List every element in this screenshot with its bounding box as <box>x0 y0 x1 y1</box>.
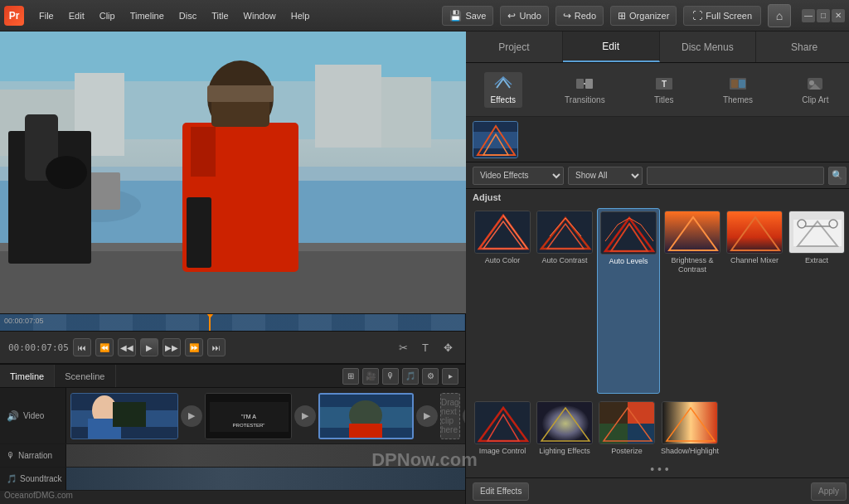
svg-text:T: T <box>662 80 667 89</box>
effect-channel-mixer[interactable]: Channel Mixer <box>725 208 784 394</box>
tab-sceneline[interactable]: Sceneline <box>55 365 115 387</box>
apply-button[interactable]: Apply <box>811 482 847 501</box>
menu-edit[interactable]: Edit <box>62 7 91 24</box>
effect-auto-levels[interactable]: Auto Levels Auto Levels <box>597 208 660 394</box>
main-tabs-header: Project Edit Disc Menus Share <box>466 32 849 63</box>
subtab-transitions[interactable]: Transitions <box>558 72 612 108</box>
more-effects-dots[interactable]: • • • <box>466 461 849 477</box>
home-icon: ⌂ <box>776 9 783 22</box>
go-to-end-button[interactable]: ⏭ <box>207 338 226 356</box>
subtab-effects[interactable]: Effects <box>484 72 522 108</box>
effect-auto-contrast[interactable]: Auto Contrast <box>535 208 594 394</box>
effect-lighting-effects[interactable]: Lighting Effects <box>535 399 594 458</box>
effect-shadow-highlight-name: Shadow/Highlight <box>661 447 719 456</box>
effects-category-select[interactable]: Video Effects <box>473 167 564 185</box>
subtab-titles-label: Titles <box>654 95 674 104</box>
menu-clip[interactable]: Clip <box>93 7 122 24</box>
play-button[interactable]: ▶ <box>140 338 158 356</box>
undo-icon: ↩ <box>507 10 516 22</box>
narration-icon-label: 🎙 <box>7 451 15 460</box>
clip-art-icon <box>805 75 825 92</box>
effect-posterize-name: Posterize <box>611 447 643 456</box>
music-icon[interactable]: 🎵 <box>402 368 419 385</box>
svg-text:"I'M A: "I'M A <box>241 414 256 419</box>
tab-project[interactable]: Project <box>466 32 563 62</box>
close-button[interactable]: ✕ <box>832 9 845 22</box>
zoom-fit-icon[interactable]: ⊞ <box>342 368 359 385</box>
bottom-timeline-panel: Timeline Sceneline ⊞ 🎥 🎙 🎵 ⚙ ▸ 🔊 Video <box>0 363 465 504</box>
playback-controls: 00:00:07:05 ⏮ ⏪ ◀◀ ▶ ▶▶ ⏩ ⏭ ✂ T ✥ <box>0 332 465 363</box>
timeline-icon-row: ⊞ 🎥 🎙 🎵 ⚙ ▸ <box>336 368 465 385</box>
search-effects-input[interactable] <box>647 167 824 185</box>
search-icon-button[interactable]: 🔍 <box>828 167 847 185</box>
effect-auto-levels-thumb <box>600 211 657 254</box>
menu-title[interactable]: Title <box>205 7 235 24</box>
cut-tool-button[interactable]: ✂ <box>394 338 412 356</box>
narration-icon[interactable]: 🎙 <box>382 368 399 385</box>
effect-posterize-thumb <box>599 401 655 444</box>
show-all-select[interactable]: Show All <box>568 167 643 185</box>
settings-icon[interactable]: ⚙ <box>422 368 439 385</box>
video-track-row: 🔊 Video ▶ <box>0 388 465 444</box>
menu-help[interactable]: Help <box>284 7 317 24</box>
undo-button[interactable]: ↩ Undo <box>500 6 548 26</box>
video-clip-3[interactable] <box>318 393 414 439</box>
more-options-icon[interactable]: ▸ <box>442 368 458 385</box>
drag-clip-placeholder[interactable]: Drag next clip here <box>440 393 460 439</box>
tab-disc-menus[interactable]: Disc Menus <box>660 32 757 62</box>
effect-brightness-contrast[interactable]: Brightness & Contrast <box>662 208 722 394</box>
step-forward-button[interactable]: ⏩ <box>185 338 203 356</box>
titles-icon: T <box>654 75 674 92</box>
effect-posterize[interactable]: Posterize <box>597 399 657 458</box>
fullscreen-button[interactable]: ⛶ Full Screen <box>683 6 761 26</box>
effect-shadow-highlight-thumb <box>662 401 718 444</box>
svg-rect-15 <box>191 127 216 177</box>
grab-tool-button[interactable]: ✥ <box>439 338 457 356</box>
more-dots-icon: • • • <box>650 463 668 476</box>
subtab-effects-label: Effects <box>491 95 516 104</box>
clip-arrow-4: ▶ <box>463 405 465 427</box>
rewind-button[interactable]: ◀◀ <box>118 338 136 356</box>
fast-forward-button[interactable]: ▶▶ <box>163 338 181 356</box>
effect-auto-contrast-name: Auto Contrast <box>541 256 587 265</box>
edit-effects-button[interactable]: Edit Effects <box>473 482 529 501</box>
effect-image-control[interactable]: Image Control <box>473 399 532 458</box>
bottom-tab-row: Timeline Sceneline ⊞ 🎥 🎙 🎵 ⚙ ▸ <box>0 365 465 388</box>
save-button[interactable]: 💾 Save <box>442 6 493 26</box>
step-back-button[interactable]: ⏪ <box>95 338 114 356</box>
effects-section-label: Adjust <box>466 189 849 206</box>
minimize-button[interactable]: — <box>802 9 815 22</box>
video-clip-2[interactable]: "I'M A PROTESTER" <box>205 393 292 439</box>
effect-extract[interactable]: Extract <box>787 208 847 394</box>
text-tool-button[interactable]: T <box>416 338 434 356</box>
soundtrack-track-content <box>66 468 465 490</box>
redo-label: Redo <box>575 11 596 21</box>
subtab-themes[interactable]: Themes <box>716 72 759 108</box>
tab-timeline[interactable]: Timeline <box>0 365 55 387</box>
tab-edit[interactable]: Edit <box>563 32 660 62</box>
maximize-button[interactable]: □ <box>817 9 830 22</box>
timeline-scrubber[interactable]: 00:00:07:05 <box>0 313 465 332</box>
subtab-titles[interactable]: T Titles <box>648 72 681 108</box>
menu-disc[interactable]: Disc <box>172 7 203 24</box>
organizer-button[interactable]: ⊞ Organizer <box>610 6 677 26</box>
svg-text:PROTESTER": PROTESTER" <box>233 423 265 428</box>
subtab-clip-art[interactable]: Clip Art <box>795 72 835 108</box>
narration-track-row: 🎙 Narration <box>0 444 465 468</box>
tab-share[interactable]: Share <box>756 32 849 62</box>
narration-waveform <box>66 444 465 467</box>
effect-auto-color[interactable]: Auto Color <box>473 208 532 394</box>
menu-window[interactable]: Window <box>237 7 283 24</box>
organizer-label: Organizer <box>629 11 669 21</box>
left-panel: 00:00:07:05 00:00:07:05 ⏮ ⏪ ◀◀ ▶ ▶▶ ⏩ ⏭ … <box>0 32 466 504</box>
video-clip-1[interactable] <box>70 393 178 439</box>
soundtrack-label-text: Soundtrack <box>20 474 62 483</box>
redo-button[interactable]: ↪ Redo <box>555 6 604 26</box>
timecode-display: 00:00:07:05 <box>4 317 44 325</box>
effect-shadow-highlight[interactable]: Shadow/Highlight <box>659 399 720 458</box>
menu-timeline[interactable]: Timeline <box>124 7 171 24</box>
go-to-start-button[interactable]: ⏮ <box>73 338 91 356</box>
zoom-in-icon[interactable]: 🎥 <box>362 368 379 385</box>
home-button[interactable]: ⌂ <box>768 4 791 27</box>
menu-file[interactable]: File <box>32 7 61 24</box>
